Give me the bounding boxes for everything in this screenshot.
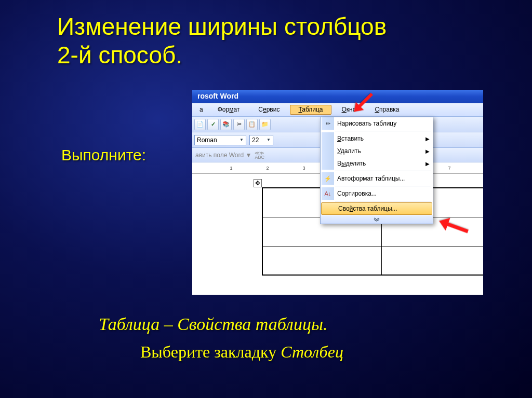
blank-icon	[322, 157, 334, 170]
submenu-arrow-icon: ▶	[425, 148, 430, 154]
menu-item-partial[interactable]: а	[195, 105, 207, 115]
slide-title: Изменение ширины столбцов 2-й способ.	[0, 0, 532, 70]
blank-icon	[322, 132, 334, 145]
paste-icon[interactable]: 📁	[259, 119, 271, 130]
spellcheck-icon[interactable]: ✓	[207, 119, 219, 130]
instruction-tab: Выберите закладку Столбец	[140, 342, 343, 362]
menu-help[interactable]: Справка	[366, 105, 407, 115]
menu-table[interactable]: Таблица	[290, 105, 331, 115]
research-icon[interactable]: 📚	[220, 119, 232, 130]
menu-window[interactable]: Окно	[334, 105, 365, 115]
menu-format[interactable]: Формат	[209, 105, 248, 115]
execute-label: Выполните:	[61, 146, 146, 164]
font-name: Roman	[197, 136, 217, 144]
blank-icon	[323, 203, 335, 214]
insert-word-field[interactable]: авить поле Word ▼	[195, 152, 251, 159]
menu-separator	[335, 201, 431, 201]
font-selector[interactable]: Roman▼	[194, 135, 246, 145]
abc-toggle[interactable]: ≪≫ABC	[255, 151, 264, 159]
sort-icon: A↓	[322, 187, 334, 200]
menu-delete[interactable]: Удалить▶	[321, 145, 433, 157]
menu-draw-table[interactable]: ✏ Нарисовать таблицу	[321, 117, 433, 130]
copy-icon[interactable]: 📋	[246, 119, 258, 130]
table-move-handle[interactable]: ✥	[254, 179, 262, 187]
menu-table-properties[interactable]: Свойства таблицы...	[321, 202, 432, 215]
menu-select[interactable]: Выделить▶	[321, 157, 433, 170]
menu-separator	[335, 171, 431, 171]
menu-insert[interactable]: Вставить▶	[321, 132, 433, 145]
blank-icon	[322, 145, 334, 157]
word-screenshot: rosoft Word а Формат Сервис Таблица Окно…	[192, 90, 483, 295]
menu-service[interactable]: Сервис	[250, 105, 288, 115]
table-cell[interactable]	[262, 246, 381, 275]
cut-icon[interactable]: ✂	[233, 119, 245, 130]
menu-separator	[335, 131, 431, 131]
autoformat-icon: ⚡	[322, 172, 334, 185]
font-size: 22	[252, 136, 259, 144]
font-size-selector[interactable]: 22▼	[249, 135, 273, 145]
toolbar-icon[interactable]: 📄	[194, 119, 206, 130]
table-cell[interactable]	[381, 246, 483, 275]
submenu-arrow-icon: ▶	[425, 161, 430, 167]
menu-sort[interactable]: A↓ Сортировка...	[321, 187, 433, 200]
menu-autoformat[interactable]: ⚡ Автоформат таблицы...	[321, 172, 433, 185]
menu-expand-chevron[interactable]	[321, 215, 433, 224]
pencil-icon: ✏	[322, 117, 334, 130]
table-menu-dropdown: ✏ Нарисовать таблицу Вставить▶ Удалить▶ …	[320, 117, 433, 224]
submenu-arrow-icon: ▶	[425, 136, 430, 142]
title-line-1: Изменение ширины столбцов	[57, 12, 532, 41]
window-titlebar: rosoft Word	[192, 90, 483, 103]
title-line-2: 2-й способ.	[57, 41, 532, 70]
instruction-path: Таблица – Свойства таблицы.	[99, 314, 327, 334]
menu-bar: а Формат Сервис Таблица Окно Справка	[192, 103, 483, 117]
menu-separator	[335, 186, 431, 186]
